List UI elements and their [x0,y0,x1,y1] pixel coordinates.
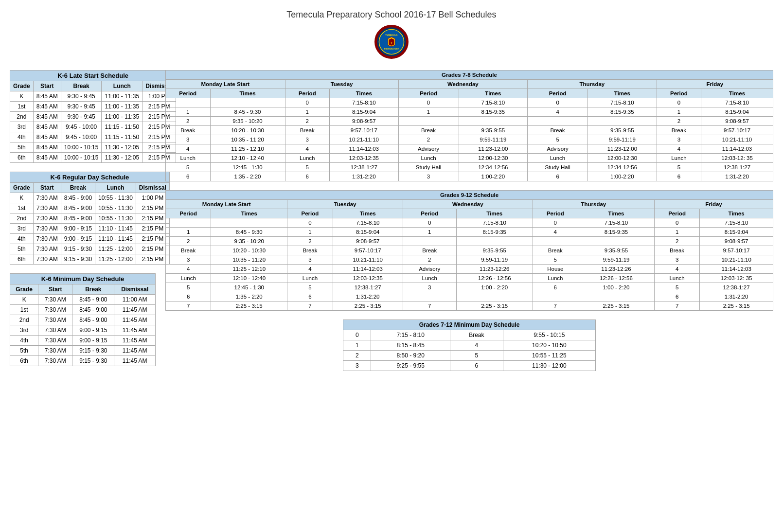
grades712-min-table: Grades 7-12 Minimum Day Schedule 07:15 -… [343,319,596,371]
table-cell: 1 [166,228,211,237]
table-cell: 0 [528,98,588,107]
table-cell: 8:45 AM [33,102,61,112]
table-cell [578,292,654,301]
table-cell: 8:45 AM [33,142,61,153]
table-cell: Lunch [166,274,211,283]
col-dismissal: Dismissal [114,284,156,295]
table-cell: 10:20 - 10:50 [503,340,595,351]
table-cell: 9:25 - 9:55 [371,361,450,371]
table-cell: 9:08-9:57 [330,117,399,126]
table-cell: 5 [528,135,588,144]
col-thursday: Thursday [528,80,657,89]
table-cell: 1 [403,228,456,237]
table-cell: 8:15-9:35 [578,228,654,237]
table-cell: 9:35-9:55 [578,246,654,255]
table-cell: 0 [287,218,333,228]
table-cell: 8:45 - 9:30 [211,228,287,237]
table-cell: 2:15 PM [136,234,169,244]
k6-late-start-table: K-6 Late Start Schedule Grade Start Brea… [10,70,176,163]
table-cell: 7:15-8:10 [456,218,533,228]
table-cell: 8:45 - 9:00 [72,305,114,315]
table-cell: 11:30 - 12:05 [102,142,142,153]
table-cell: 8:45 AM [33,132,61,142]
table-cell: 11:30 - 12:05 [102,153,142,163]
table-cell: 11:45 AM [114,305,156,315]
table-cell: 6 [654,292,699,301]
col-start: Start [33,81,61,91]
col-thursday: Thursday [533,200,654,209]
table-cell [210,98,285,107]
table-cell: 11:14-12:03 [333,265,403,274]
sub-times: Times [588,89,657,98]
table-cell: 7:30 AM [38,325,72,336]
table-cell: 9:57-10:17 [700,246,773,255]
table-cell: 10:20 - 10:30 [211,246,287,255]
table-cell: Break [528,126,588,135]
table-cell: 8:45 - 9:00 [61,193,95,203]
table-cell: 5 [166,163,211,172]
table-cell [456,292,533,301]
table-cell: 9:59-11:19 [459,135,528,144]
table-cell: 7:15 - 8:10 [371,330,450,340]
table-cell: 1 [285,107,330,117]
table-cell: 9:00 - 9:15 [72,336,114,346]
table-cell: Break [657,126,701,135]
table-cell: 8:15-9:35 [456,228,533,237]
table-cell: 9:35-9:55 [459,126,528,135]
table-cell: 11:10 - 11:45 [95,224,136,234]
table-cell: 8:45 AM [33,122,61,132]
sub-period: Period [657,89,701,98]
col-grade: Grade [10,284,38,295]
table-cell: 5 [287,283,333,292]
table-cell: Break [166,126,211,135]
sub-times: Times [700,209,773,218]
table-cell: 9:35-9:55 [588,126,657,135]
table-cell: 7:15-8:10 [459,98,528,107]
table-cell: 6 [533,283,578,292]
table-cell: Advisory [403,265,456,274]
k6-late-start-title: K-6 Late Start Schedule [10,71,176,81]
table-cell: Break [166,246,211,255]
table-cell: 7:30 AM [33,254,61,265]
table-cell: 6th [10,254,34,265]
table-cell: 1st [10,305,38,315]
table-cell: 9:45 - 10:00 [61,132,102,142]
table-cell: 11:45 AM [114,325,156,336]
table-cell: 9:57-10:17 [330,126,399,135]
table-cell: 1:31-2:20 [333,292,403,301]
table-cell: 4 [166,144,211,154]
table-cell: 12:03-12: 35 [700,274,773,283]
col-grade: Grade [10,81,34,91]
table-cell: 10:21-11:10 [330,135,399,144]
table-cell: 7:30 AM [33,203,61,213]
table-cell: 7:30 AM [33,193,61,203]
table-cell: 0 [403,218,456,228]
sub-times: Times [211,209,287,218]
table-cell: 9:00 - 9:15 [61,224,95,234]
table-cell: 3 [166,255,211,265]
table-cell: 6 [287,292,333,301]
table-cell: 12:03-12:35 [333,274,403,283]
table-cell: 9:30 - 9:45 [61,91,102,102]
sub-period: Period [285,89,330,98]
col-start: Start [38,284,72,295]
table-cell: 1 [398,107,459,117]
col-lunch: Lunch [102,81,142,91]
table-cell: Lunch [285,154,330,163]
table-cell: 6th [10,356,38,366]
table-cell: 1:00-2:20 [459,172,528,181]
table-cell [528,117,588,126]
table-cell: 11:23-12:00 [459,144,528,154]
table-cell: 8:45 - 9:00 [72,295,114,305]
table-cell: 11:00 - 11:35 [102,112,142,122]
col-monday-late: Monday Late Start [166,200,287,209]
table-cell [398,117,459,126]
table-cell: Lunch [533,274,578,283]
sub-times: Times [701,89,773,98]
table-cell: 6 [285,172,330,181]
table-cell: 1:31-2:20 [701,172,773,181]
table-cell: 2nd [10,315,38,325]
table-cell: 12:03-12: 35 [701,154,773,163]
table-cell: 11:45 AM [114,356,156,366]
sub-period: Period [528,89,588,98]
